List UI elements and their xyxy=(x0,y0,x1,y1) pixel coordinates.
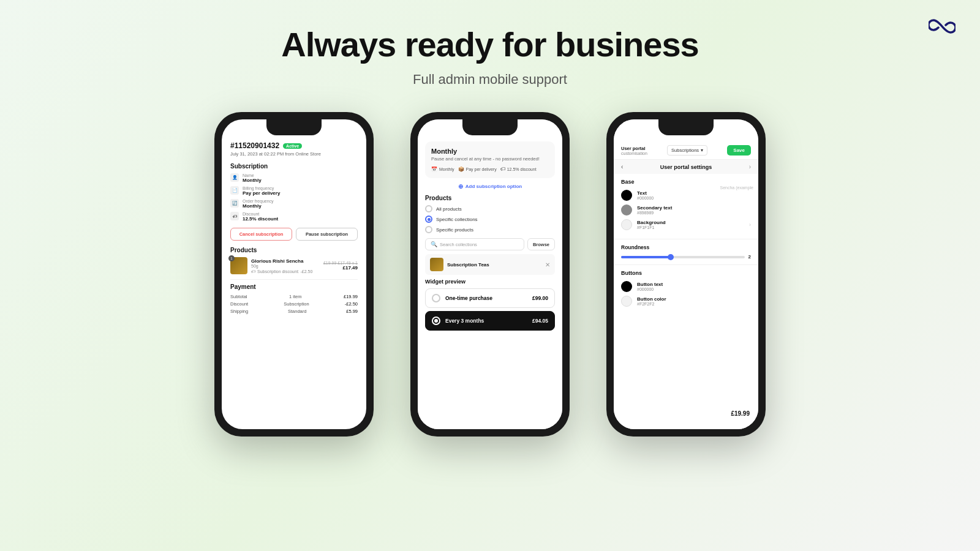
radio-specific-collections-button[interactable] xyxy=(425,216,432,223)
product-weight: 50g xyxy=(251,264,320,268)
widget-radio-subscription[interactable] xyxy=(432,317,440,325)
portal-nav: ‹ User portal settings › xyxy=(614,160,758,174)
example-label: Sencha (example xyxy=(720,186,753,190)
radio-specific-products[interactable]: Specific products xyxy=(425,226,555,233)
discount-payment-row: Discount Subscription -£2.50 xyxy=(230,301,358,307)
order-freq-icon: 🔄 xyxy=(230,199,239,208)
shipping-value: £5.99 xyxy=(346,309,358,314)
widget-subscription-label: Every 3 months xyxy=(445,318,484,324)
phone-1-screen: #11520901432 Active July 31, 2023 at 02:… xyxy=(222,119,366,429)
billing-icon: 📄 xyxy=(230,186,239,195)
secondary-text-color-hex: #898989 xyxy=(637,211,672,215)
button-text-color-row[interactable]: Button text #000000 xyxy=(621,281,751,292)
browse-button[interactable]: Browse xyxy=(527,238,555,250)
radio-all-products-button[interactable] xyxy=(425,205,432,212)
text-color-swatch xyxy=(621,190,632,201)
cancel-subscription-button[interactable]: Cancel subscription xyxy=(230,228,292,241)
brand-logo xyxy=(929,17,956,40)
product-badge: 1 xyxy=(228,255,235,261)
tag-discount: 🏷 12.5% discount xyxy=(500,167,537,172)
page-subtitle: Full admin mobile support xyxy=(0,72,980,88)
base-section: Base Text #000000 Secondary text #898989 xyxy=(614,174,758,239)
roundness-slider[interactable]: 2 xyxy=(621,254,751,260)
pause-subscription-button[interactable]: Pause subscription xyxy=(296,228,358,241)
button-color-swatch xyxy=(621,296,632,307)
discount-icon: 🏷 xyxy=(230,212,239,220)
roundness-section: Roundness 2 xyxy=(614,239,758,265)
search-row: 🔍 Search collections Browse xyxy=(425,238,555,250)
collection-name: Subscription Teas xyxy=(447,262,489,268)
product-discount-text: Subscription discount: -£2.50 xyxy=(257,269,312,274)
phone-3-content: User portal customisation Subscriptions … xyxy=(614,119,758,429)
search-collections-input[interactable]: 🔍 Search collections xyxy=(425,238,524,250)
subscriptions-select[interactable]: Subscriptions ▾ xyxy=(667,145,707,156)
phone-2-content: Monthly Pause and cancel at any time - n… xyxy=(418,119,562,429)
discount-payment-value: -£2.50 xyxy=(345,301,358,307)
widget-subscription[interactable]: Every 3 months £94.05 xyxy=(425,311,555,331)
background-color-info: Background #F1F1F1 xyxy=(637,220,666,230)
portal-header: User portal customisation Subscriptions … xyxy=(614,141,758,160)
product-name: Glorious Rishi Sencha xyxy=(251,258,320,264)
search-placeholder: Search collections xyxy=(440,242,477,247)
save-button[interactable]: Save xyxy=(727,145,751,156)
footer-price: £19.99 xyxy=(731,410,750,417)
search-icon: 🔍 xyxy=(431,241,437,247)
subtotal-label: Subtotal xyxy=(230,294,247,299)
order-number: #11520901432 xyxy=(230,141,279,150)
radio-all-products-label: All products xyxy=(436,206,462,212)
products-title: Products xyxy=(425,195,555,201)
subtotal-row: Subtotal 1 item £19.99 xyxy=(230,294,358,299)
remove-collection-button[interactable]: ✕ xyxy=(545,261,550,268)
tag-monthly: 📅 Monthly xyxy=(431,167,454,172)
nav-title: User portal settings xyxy=(660,164,712,170)
secondary-text-color-label: Secondary text xyxy=(637,205,672,211)
radio-specific-products-button[interactable] xyxy=(425,226,432,233)
product-old-price: £19.99 £17.49 x 1 xyxy=(323,261,358,265)
order-date: July 31, 2023 at 02:22 PM from Online St… xyxy=(230,151,358,157)
tag-icon: 🏷 xyxy=(500,167,505,172)
radio-specific-collections-label: Specific collections xyxy=(436,217,478,222)
chevron-down-icon: ▾ xyxy=(701,148,703,153)
background-expand-icon[interactable]: › xyxy=(749,222,751,228)
plus-icon: ⊕ xyxy=(458,183,463,190)
billing-label: Billing frequency xyxy=(243,186,280,190)
slider-thumb[interactable] xyxy=(668,254,674,260)
buttons-section-title: Buttons xyxy=(621,270,751,276)
add-subscription-button[interactable]: ⊕ Add subscription option xyxy=(425,183,555,190)
roundness-label: Roundness xyxy=(621,244,751,250)
radio-specific-collections[interactable]: Specific collections xyxy=(425,216,555,223)
tag-billing: 📦 Pay per delivery xyxy=(458,167,497,172)
tag-billing-label: Pay per delivery xyxy=(466,167,497,171)
shipping-label: Shipping xyxy=(230,309,248,314)
phone-3-screen: User portal customisation Subscriptions … xyxy=(614,119,758,429)
tag-discount-label: 12.5% discount xyxy=(507,167,537,171)
phone-2-screen: Monthly Pause and cancel at any time - n… xyxy=(418,119,562,429)
shipping-detail: Standard xyxy=(288,309,306,314)
button-color-row[interactable]: Button color #F2F2F2 xyxy=(621,296,751,307)
order-freq-value: Monthly xyxy=(243,203,274,209)
text-color-hex: #000000 xyxy=(637,196,654,200)
roundness-value: 2 xyxy=(748,254,751,260)
radio-all-products[interactable]: All products xyxy=(425,205,555,212)
secondary-text-color-info: Secondary text #898989 xyxy=(637,205,672,215)
secondary-text-color-row[interactable]: Secondary text #898989 xyxy=(621,204,751,216)
nav-forward-icon[interactable]: › xyxy=(749,163,751,170)
sub-row-billing: 📄 Billing frequency Pay per delivery xyxy=(230,186,358,196)
widget-one-time-label: One-time purchase xyxy=(445,295,492,301)
widget-one-time[interactable]: One-time purchase £99.00 xyxy=(425,288,555,308)
back-button[interactable]: ‹ xyxy=(621,163,623,170)
background-color-swatch xyxy=(621,219,632,230)
background-color-label: Background xyxy=(637,220,666,225)
products-section: Products All products Specific collectio… xyxy=(425,195,555,233)
page-title: Always ready for business xyxy=(0,24,980,64)
button-color-info: Button color #F2F2F2 xyxy=(637,296,666,306)
widget-subscription-price: £94.05 xyxy=(532,318,548,324)
collection-row: Subscription Teas ✕ xyxy=(425,254,555,275)
button-text-color-info: Button text #000000 xyxy=(637,282,663,291)
text-color-row[interactable]: Text #000000 xyxy=(621,190,751,201)
background-color-row[interactable]: Background #F1F1F1 › xyxy=(621,219,751,230)
plan-card: Monthly Pause and cancel at any time - n… xyxy=(425,141,555,178)
discount-label: Discount xyxy=(243,212,278,216)
button-color-hex: #F2F2F2 xyxy=(637,302,666,306)
widget-radio-one-time[interactable] xyxy=(432,294,440,302)
